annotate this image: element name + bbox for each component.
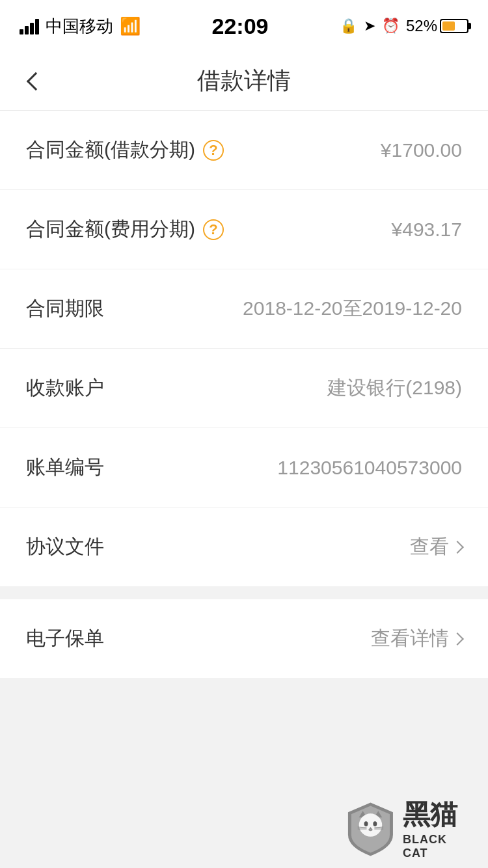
svg-point-2: [359, 813, 383, 837]
help-icon-contract-fee[interactable]: ?: [203, 219, 224, 240]
svg-point-3: [364, 821, 368, 826]
row-protocol-file[interactable]: 协议文件 查看: [0, 508, 488, 586]
row-label-contract-loan: 合同金额(借款分期) ?: [26, 137, 224, 163]
alarm-icon: ⏰: [382, 18, 400, 34]
blackcat-chinese-label: 黑猫: [403, 796, 457, 833]
value-bill-number: 11230561040573000: [277, 457, 462, 479]
battery-fill: [442, 21, 455, 31]
detail-section-2: 电子保单 查看详情: [0, 599, 488, 678]
label-text-protocol-file: 协议文件: [26, 534, 104, 560]
battery-indicator: 52%: [406, 17, 468, 35]
label-text-insurance: 电子保单: [26, 625, 104, 652]
back-arrow-icon: [27, 72, 45, 90]
label-text-contract-loan: 合同金额(借款分期): [26, 137, 195, 163]
blackcat-watermark: 黑猫 BLACK CAT: [332, 769, 488, 868]
value-contract-fee: ¥493.17: [392, 219, 462, 241]
value-bank-account: 建设银行(2198): [327, 375, 462, 401]
signal-icon: [20, 18, 39, 34]
back-button[interactable]: [20, 65, 52, 98]
blackcat-english-label: BLACK CAT: [403, 833, 475, 860]
status-right: 🔒 ➤ ⏰ 52%: [340, 17, 468, 35]
help-icon-contract-loan[interactable]: ?: [203, 140, 224, 161]
row-label-contract-period: 合同期限: [26, 295, 104, 322]
row-insurance[interactable]: 电子保单 查看详情: [0, 599, 488, 678]
wifi-icon: 📶: [120, 16, 141, 36]
row-label-insurance: 电子保单: [26, 625, 104, 652]
label-text-contract-period: 合同期限: [26, 295, 104, 322]
page-title: 借款详情: [197, 65, 291, 97]
insurance-link[interactable]: 查看详情: [371, 625, 462, 652]
row-contract-fee: 合同金额(费用分期) ? ¥493.17: [0, 190, 488, 269]
value-insurance: 查看详情: [371, 625, 449, 652]
value-protocol-file: 查看: [410, 534, 449, 560]
row-contract-loan: 合同金额(借款分期) ? ¥1700.00: [0, 111, 488, 190]
bottom-area: 黑猫 BLACK CAT: [0, 678, 488, 868]
label-text-contract-fee: 合同金额(费用分期): [26, 216, 195, 243]
chevron-right-icon: [451, 541, 464, 554]
status-bar: 中国移动 📶 22:09 🔒 ➤ ⏰ 52%: [0, 0, 488, 52]
status-time: 22:09: [211, 14, 268, 39]
row-label-contract-fee: 合同金额(费用分期) ?: [26, 216, 224, 243]
value-contract-loan: ¥1700.00: [381, 139, 462, 161]
lock-icon: 🔒: [340, 18, 357, 34]
detail-section-1: 合同金额(借款分期) ? ¥1700.00 合同金额(费用分期) ? ¥493.…: [0, 111, 488, 586]
row-bill-number: 账单编号 11230561040573000: [0, 428, 488, 508]
chevron-right-insurance-icon: [451, 632, 464, 645]
nav-bar: 借款详情: [0, 52, 488, 111]
battery-percent-label: 52%: [406, 17, 437, 35]
row-label-protocol-file: 协议文件: [26, 534, 104, 560]
label-text-bill-number: 账单编号: [26, 454, 104, 481]
row-label-bill-number: 账单编号: [26, 454, 104, 481]
cat-shield-icon: [345, 799, 396, 858]
blackcat-logo: 黑猫 BLACK CAT: [345, 796, 475, 860]
carrier-label: 中国移动: [46, 15, 113, 38]
value-contract-period: 2018-12-20至2019-12-20: [243, 295, 462, 322]
status-left: 中国移动 📶: [20, 15, 141, 38]
svg-point-4: [373, 821, 377, 826]
section-divider: [0, 586, 488, 599]
location-icon: ➤: [364, 18, 375, 34]
row-label-bank-account: 收款账户: [26, 375, 104, 401]
label-text-bank-account: 收款账户: [26, 375, 104, 401]
row-bank-account: 收款账户 建设银行(2198): [0, 349, 488, 428]
row-contract-period: 合同期限 2018-12-20至2019-12-20: [0, 269, 488, 349]
battery-icon: [440, 19, 468, 33]
blackcat-text: 黑猫 BLACK CAT: [403, 796, 475, 860]
protocol-file-link[interactable]: 查看: [410, 534, 462, 560]
